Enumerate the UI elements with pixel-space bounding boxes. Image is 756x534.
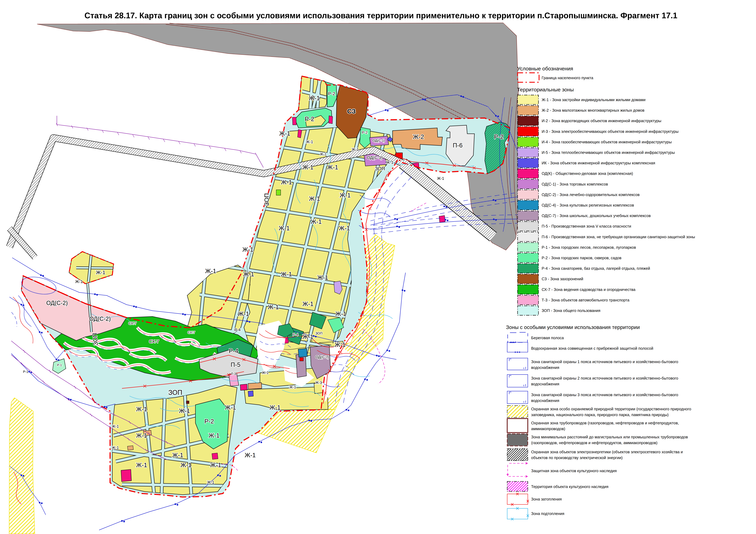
svg-text:И-5 - Зона теплообеспечивающих: И-5 - Зона теплообеспечивающих объектов … bbox=[542, 150, 675, 155]
svg-text:Охранная зона объектов электро: Охранная зона объектов электроэнергетики… bbox=[531, 450, 683, 454]
svg-text:Охранная зона трубопроводов (г: Охранная зона трубопроводов (газопроводо… bbox=[531, 421, 679, 425]
svg-text:Р-4: Р-4 bbox=[229, 347, 238, 354]
svg-text:Р-2: Р-2 bbox=[362, 130, 367, 135]
svg-text:СХ-7: СХ-7 bbox=[128, 321, 136, 325]
svg-text:Ж-1: Ж-1 bbox=[136, 406, 147, 413]
svg-text:ЗОП - Зона общего пользования: ЗОП - Зона общего пользования bbox=[542, 308, 600, 313]
svg-text:Ж-1: Ж-1 bbox=[306, 140, 313, 144]
svg-text:Береговая полоса: Береговая полоса bbox=[531, 336, 564, 340]
svg-text:Зоны с особыми условиями испол: Зоны с особыми условиями использования т… bbox=[506, 324, 640, 330]
svg-text:Т-3: Т-3 bbox=[231, 372, 236, 376]
svg-text:Ж-1: Ж-1 bbox=[437, 176, 444, 181]
svg-text:водоснабжения: водоснабжения bbox=[531, 398, 559, 403]
svg-text:Ж-1: Ж-1 bbox=[335, 341, 346, 348]
svg-text:ЗОП: ЗОП bbox=[91, 333, 99, 346]
svg-text:Ж-1: Ж-1 bbox=[75, 279, 83, 284]
svg-text:И-3 - Зона электрообеспечивающ: И-3 - Зона электрообеспечивающих объекто… bbox=[542, 129, 679, 134]
svg-text:Ж-1: Ж-1 bbox=[243, 271, 254, 277]
svg-text:Ж-1: Ж-1 bbox=[238, 310, 249, 317]
svg-text:Ж-1: Ж-1 bbox=[339, 225, 350, 232]
svg-text:ОД(С-1) - Зона торговых компле: ОД(С-1) - Зона торговых комплексов bbox=[542, 182, 608, 186]
svg-text:Ж-1: Ж-1 bbox=[309, 95, 320, 101]
svg-text:ОД(С-1): ОД(С-1) bbox=[372, 139, 385, 142]
svg-text:Ж-1: Ж-1 bbox=[303, 164, 313, 170]
svg-text:Р-4: Р-4 bbox=[292, 333, 298, 337]
svg-text:Ж-1: Ж-1 bbox=[136, 432, 147, 439]
svg-text:Ж-1: Ж-1 bbox=[136, 462, 147, 468]
svg-text:Ж-1: Ж-1 bbox=[268, 304, 279, 310]
svg-text:Ж-1: Ж-1 bbox=[336, 310, 346, 317]
svg-text:Зона санитарной охраны 1 пояса: Зона санитарной охраны 1 пояса источнико… bbox=[531, 360, 678, 364]
svg-text:ЗОП: ЗОП bbox=[315, 331, 322, 335]
svg-text:ОД(С-1): ОД(С-1) bbox=[367, 155, 383, 160]
svg-text:П-6 - Производственная зона, н: П-6 - Производственная зона, не требующа… bbox=[542, 235, 695, 239]
svg-text:П-6: П-6 bbox=[453, 142, 463, 149]
svg-text:Ж-1: Ж-1 bbox=[180, 462, 192, 468]
svg-text:объектов по производству элект: объектов по производству электрической э… bbox=[531, 456, 623, 460]
svg-text:Граница населенного пункта: Граница населенного пункта bbox=[542, 76, 593, 80]
svg-text:Ж-1: Ж-1 bbox=[303, 333, 313, 340]
svg-text:ОД(С-2): ОД(С-2) bbox=[46, 300, 68, 306]
svg-text:Водоохранная зона совмещенная: Водоохранная зона совмещенная с прибрежн… bbox=[531, 346, 653, 350]
svg-text:Ж-1: Ж-1 bbox=[281, 271, 292, 277]
svg-text:Ж-1: Ж-1 bbox=[327, 164, 338, 170]
svg-text:П-5 - Производственная зона V: П-5 - Производственная зона V класса опа… bbox=[542, 224, 631, 228]
svg-text:Р-1: Р-1 bbox=[23, 370, 28, 374]
svg-text:ЗОП: ЗОП bbox=[168, 389, 182, 396]
svg-text:Охранная зона особо охраняемой: Охранная зона особо охраняемой природной… bbox=[531, 407, 691, 411]
svg-text:Ж-1: Ж-1 bbox=[208, 432, 220, 439]
svg-text:Статья 28.17. Карта границ зон: Статья 28.17. Карта границ зон с особыми… bbox=[85, 11, 677, 20]
svg-text:Территориальные зоны: Территориальные зоны bbox=[517, 87, 574, 92]
svg-text:Зона подтопления: Зона подтопления bbox=[531, 511, 564, 516]
svg-text:СЗ - Зона захоронений: СЗ - Зона захоронений bbox=[542, 277, 583, 281]
svg-text:СЗ: СЗ bbox=[347, 108, 356, 115]
svg-text:Ж-1: Ж-1 bbox=[315, 380, 322, 385]
svg-text:ОД(С-7): ОД(С-7) bbox=[315, 355, 329, 359]
svg-text:Р-2: Р-2 bbox=[204, 418, 214, 425]
svg-text:Ж-1: Ж-1 bbox=[352, 147, 359, 152]
svg-text:Ж-1: Ж-1 bbox=[281, 179, 292, 186]
svg-text:Ж-1: Ж-1 bbox=[320, 152, 327, 156]
svg-text:Ж-1 - Зона застройки индивидуа: Ж-1 - Зона застройки индивидуальными жил… bbox=[542, 98, 645, 102]
svg-text:Ж-1: Ж-1 bbox=[279, 130, 290, 137]
svg-text:СХ-7: СХ-7 bbox=[188, 331, 195, 334]
svg-text:Ж-1: Ж-1 bbox=[242, 246, 254, 253]
svg-text:Зона санитарной охраны 2 пояса: Зона санитарной охраны 2 пояса источнико… bbox=[531, 376, 678, 380]
svg-text:Т-3 - Зона объектов автомобиль: Т-3 - Зона объектов автомобильного транс… bbox=[542, 298, 630, 302]
svg-text:Р-1: Р-1 bbox=[57, 364, 62, 367]
svg-text:Условные обозначения: Условные обозначения bbox=[517, 66, 573, 71]
svg-text:П-5: П-5 bbox=[231, 361, 240, 368]
svg-text:ОД(С-2) - Зона лечебно-оздоров: ОД(С-2) - Зона лечебно-оздоровительных к… bbox=[542, 192, 640, 197]
svg-text:Зона санитарной охраны 3 пояса: Зона санитарной охраны 3 пояса источнико… bbox=[531, 393, 678, 397]
svg-text:Ж-1: Ж-1 bbox=[207, 480, 214, 485]
svg-text:ОД(К) - Общественно-деловая зо: ОД(К) - Общественно-деловая зона (компле… bbox=[542, 171, 633, 176]
svg-text:Р-1 - Зона городских лесов, ле: Р-1 - Зона городских лесов, лесопарков, … bbox=[542, 245, 636, 249]
svg-text:Ж-1: Ж-1 bbox=[303, 300, 313, 307]
svg-text:водоснабжения: водоснабжения bbox=[531, 366, 559, 370]
svg-text:И-2 - Зона водоотводящих объек: И-2 - Зона водоотводящих объектов инжене… bbox=[542, 119, 661, 123]
svg-text:Зона минимальных расстояний до: Зона минимальных расстояний до магистрал… bbox=[531, 435, 688, 439]
svg-text:Ж-1: Ж-1 bbox=[112, 445, 119, 450]
svg-text:СХ-7: СХ-7 bbox=[149, 339, 159, 344]
svg-text:Ж-1: Ж-1 bbox=[179, 407, 190, 414]
svg-text:И-4 - Зона газообеспечивающих: И-4 - Зона газообеспечивающих объектов и… bbox=[542, 140, 672, 144]
svg-text:заповедника, национального пар: заповедника, национального парка, природ… bbox=[531, 413, 669, 417]
svg-text:Ж-1: Ж-1 bbox=[317, 274, 328, 281]
svg-text:Ж-1: Ж-1 bbox=[262, 370, 269, 375]
svg-text:Ж-1: Ж-1 bbox=[270, 404, 281, 411]
svg-text:Ж-2: Ж-2 bbox=[413, 134, 424, 140]
svg-text:Р-2: Р-2 bbox=[305, 115, 314, 122]
svg-text:Ж-1: Ж-1 bbox=[225, 404, 236, 411]
svg-text:ОД(С-4) - Зона культовых религ: ОД(С-4) - Зона культовых религиозных ком… bbox=[542, 203, 634, 207]
svg-text:Ж-1: Ж-1 bbox=[205, 267, 216, 274]
svg-text:Ж-1: Ж-1 bbox=[311, 218, 322, 225]
svg-text:водоснабжения: водоснабжения bbox=[531, 382, 559, 386]
svg-text:(газопроводов, нефтепроводов и: (газопроводов, нефтепроводов и нефтепрод… bbox=[531, 441, 658, 445]
svg-text:Защитная зона объектов культур: Защитная зона объектов культурного насле… bbox=[531, 469, 617, 473]
svg-text:ИК - Зона объектов инженерной: ИК - Зона объектов инженерной инфраструк… bbox=[542, 161, 655, 165]
svg-text:Р-2: Р-2 bbox=[494, 134, 503, 140]
svg-text:ОД(С-2): ОД(С-2) bbox=[89, 316, 111, 322]
svg-text:Ж-1: Ж-1 bbox=[112, 424, 119, 429]
svg-text:ЗОП: ЗОП bbox=[375, 166, 385, 171]
svg-text:Ж-1: Ж-1 bbox=[96, 269, 105, 275]
